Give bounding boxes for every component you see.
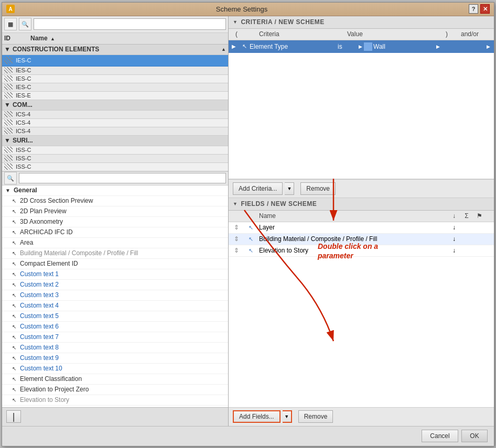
left-bottom-bar: | [2, 407, 228, 426]
tree-item-custom8[interactable]: ↖ Custom text 8 [2, 343, 228, 353]
search-toggle-button[interactable]: 🔍 [19, 18, 31, 30]
bottom-bar: Cancel OK [2, 426, 494, 446]
scroll-up-construction[interactable]: ▲ [221, 47, 226, 52]
cursor-icon-16: ↖ [10, 354, 18, 362]
window-title: Scheme Settings [15, 5, 469, 13]
group-row-iss2[interactable]: ISS-C [2, 155, 228, 163]
cursor-icon-6: ↖ [10, 249, 18, 257]
sub-search-input[interactable] [19, 173, 226, 183]
criteria-row-scroll-right[interactable]: ▶ [487, 44, 494, 49]
name-column-header: Name ▲ [30, 35, 226, 42]
tree-item-custom10[interactable]: ↖ Custom text 10 [2, 364, 228, 374]
tree-item-area[interactable]: ↖ Area [2, 238, 228, 248]
group-row-ies3[interactable]: IES-C [2, 75, 228, 83]
group-header-construction[interactable]: ▼ CONSTRUCTION ELEMENTS ▲ [2, 45, 228, 55]
add-fields-dropdown-button[interactable]: ▼ [283, 410, 292, 423]
tree-item-2d-plan[interactable]: ↖ 2D Plan Preview [2, 206, 228, 217]
tree-item-2d-cross[interactable]: ↖ 2D Cross Section Preview [2, 196, 228, 206]
criteria-col-andor: and/or [454, 30, 486, 38]
add-fields-button[interactable]: Add Fields... [233, 410, 281, 423]
field-expand-icon-3: ↖ [249, 247, 253, 254]
field-sort-layer: ↓ [448, 224, 460, 231]
field-sort-es: ↓ [448, 247, 460, 254]
group-row-ies4[interactable]: IES-C [2, 83, 228, 92]
criteria-col-close-paren: ) [439, 30, 454, 38]
tree-item-elev-proj[interactable]: ↖ Elevation to Project Zero [2, 385, 228, 395]
group-row-ics2[interactable]: ICS-4 [2, 119, 228, 127]
drag-handle-layer[interactable]: ⇕ [229, 224, 244, 231]
add-criteria-button[interactable]: Add Criteria... [233, 182, 283, 195]
expand-construction-icon[interactable]: ▼ [4, 46, 10, 53]
title-bar-left: A [6, 5, 15, 13]
field-arrow-es[interactable]: ↖ [244, 247, 257, 254]
hatch-icon-4 [4, 84, 13, 90]
criteria-is-arrow[interactable]: ▶ [359, 44, 364, 49]
help-button[interactable]: ? [469, 4, 478, 14]
group-header-com[interactable]: ▼ COM... [2, 100, 228, 111]
tree-item-elev-story[interactable]: ↖ Elevation to Story [2, 395, 228, 406]
close-button[interactable]: ✕ [480, 4, 490, 14]
cancel-button[interactable]: Cancel [422, 430, 458, 442]
criteria-buttons-bar: Add Criteria... ▼ Remove [229, 179, 494, 198]
group-row-iese[interactable]: IES-E [2, 92, 228, 100]
main-search-input[interactable] [34, 18, 226, 30]
cursor-icon-9: ↖ [10, 281, 18, 288]
left-action-button[interactable]: | [6, 410, 21, 423]
criteria-value-arrow[interactable]: ▶ [436, 44, 446, 49]
hatch-icon [4, 57, 13, 64]
tree-item-elem-classif[interactable]: ↖ Element Classification [2, 374, 228, 385]
fields-col-flag: ⚑ [473, 212, 486, 220]
selected-row-ies[interactable]: IES-C [2, 55, 228, 67]
grid-view-button[interactable]: ▦ [4, 18, 17, 30]
expand-fields-icon[interactable]: ▼ [233, 201, 238, 206]
tree-group-general[interactable]: ▼ General [2, 185, 228, 196]
tree-item-custom1[interactable]: ↖ Custom text 1 [2, 269, 228, 280]
add-criteria-dropdown-button[interactable]: ▼ [285, 182, 294, 195]
right-panel: ▼ CRITERIA / NEW SCHEME ( Criteria Value… [229, 16, 494, 426]
expand-com-icon[interactable]: ▼ [4, 101, 10, 108]
drag-handle-es[interactable]: ⇕ [229, 247, 244, 254]
hatch-icon-3 [4, 75, 13, 82]
field-arrow-layer[interactable]: ↖ [244, 224, 257, 231]
hatch-icon-5 [4, 92, 13, 99]
tree-item-custom7[interactable]: ↖ Custom text 7 [2, 332, 228, 343]
tree-item-custom6[interactable]: ↖ Custom text 6 [2, 322, 228, 332]
criteria-row-expand-btn[interactable]: ▶ [229, 43, 239, 49]
field-row-layer[interactable]: ⇕ ↖ Layer ↓ [229, 222, 494, 234]
group-header-sur[interactable]: ▼ SURI... [2, 136, 228, 146]
drag-handle-bm[interactable]: ⇕ [229, 235, 244, 243]
tree-item-compact[interactable]: ↖ Compact Element ID [2, 259, 228, 269]
expand-general-icon[interactable]: ▼ [4, 187, 12, 194]
tree-item-custom5[interactable]: ↖ Custom text 5 [2, 311, 228, 322]
criteria-empty-area [229, 53, 494, 179]
tree-item-3d-axon[interactable]: ↖ 3D Axonometry [2, 217, 228, 227]
criteria-col-open-paren: ( [229, 30, 244, 38]
field-expand-icon-2: ↖ [249, 236, 253, 243]
criteria-row-operator: is [338, 43, 359, 50]
expand-criteria-icon[interactable]: ▼ [233, 19, 238, 25]
expand-sur-icon[interactable]: ▼ [4, 137, 10, 144]
remove-criteria-button[interactable]: Remove [300, 182, 336, 195]
field-arrow-bm[interactable]: ↖ [244, 236, 257, 243]
fields-buttons-bar: Add Fields... ▼ Remove [229, 407, 494, 426]
tree-item-archicad-ifc[interactable]: ↖ ARCHICAD IFC ID [2, 227, 228, 238]
group-row-ics3[interactable]: ICS-4 [2, 127, 228, 136]
group-row-ies2[interactable]: IES-C [2, 67, 228, 75]
criteria-col-value: Value [345, 30, 439, 38]
tree-item-custom9[interactable]: ↖ Custom text 9 [2, 353, 228, 364]
tree-item-custom3[interactable]: ↖ Custom text 3 [2, 290, 228, 301]
tree-item-custom4[interactable]: ↖ Custom text 4 [2, 301, 228, 311]
sub-search-icon-btn[interactable]: 🔍 [4, 172, 17, 184]
remove-fields-button[interactable]: Remove [298, 410, 333, 423]
cursor-icon-7: ↖ [10, 260, 18, 267]
hatch-icon-2 [4, 67, 13, 73]
criteria-selected-row[interactable]: ▶ ↖ Element Type is ▶ Wall ▶ ▶ [229, 40, 494, 53]
tree-item-building-mat[interactable]: ↖ Building Material / Composite / Profil… [2, 248, 228, 259]
ok-button[interactable]: OK [461, 430, 488, 442]
cursor-icon-19: ↖ [10, 386, 18, 393]
group-row-ics1[interactable]: ICS-4 [2, 111, 228, 119]
tree-item-custom2[interactable]: ↖ Custom text 2 [2, 280, 228, 290]
criteria-table: ( Criteria Value ) and/or ▶ ↖ Element Ty… [229, 29, 494, 179]
group-row-iss1[interactable]: ISS-C [2, 146, 228, 155]
group-row-iss3[interactable]: ISS-C [2, 163, 228, 171]
